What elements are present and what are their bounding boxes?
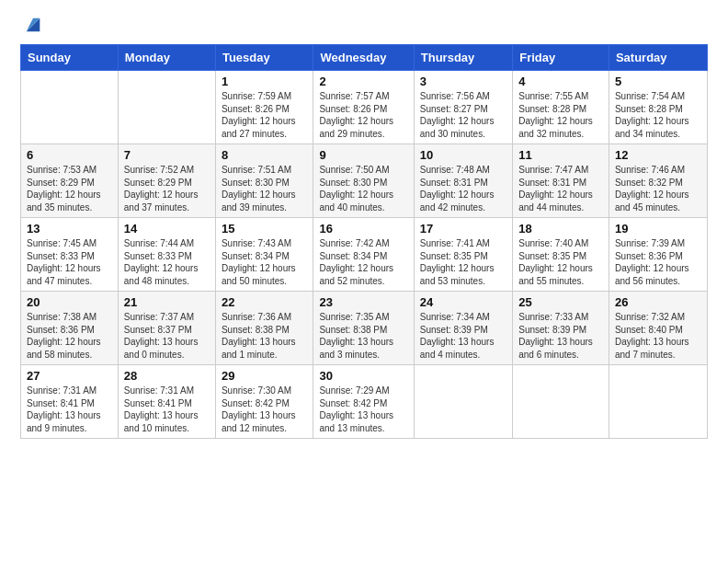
- calendar-cell: 29Sunrise: 7:30 AM Sunset: 8:42 PM Dayli…: [215, 365, 313, 439]
- day-number: 21: [124, 295, 210, 309]
- calendar-week-row: 6Sunrise: 7:53 AM Sunset: 8:29 PM Daylig…: [21, 144, 708, 218]
- calendar-cell: 19Sunrise: 7:39 AM Sunset: 8:36 PM Dayli…: [609, 218, 707, 292]
- calendar-cell: 9Sunrise: 7:50 AM Sunset: 8:30 PM Daylig…: [313, 144, 414, 218]
- calendar-week-row: 13Sunrise: 7:45 AM Sunset: 8:33 PM Dayli…: [21, 218, 708, 292]
- logo-icon: [23, 15, 43, 35]
- day-info: Sunrise: 7:43 AM Sunset: 8:34 PM Dayligh…: [222, 237, 308, 287]
- day-info: Sunrise: 7:37 AM Sunset: 8:37 PM Dayligh…: [124, 311, 210, 361]
- weekday-header-sunday: Sunday: [21, 45, 119, 71]
- day-number: 7: [124, 148, 210, 162]
- calendar-cell: 8Sunrise: 7:51 AM Sunset: 8:30 PM Daylig…: [215, 144, 313, 218]
- day-info: Sunrise: 7:59 AM Sunset: 8:26 PM Dayligh…: [222, 90, 308, 140]
- calendar-cell: 6Sunrise: 7:53 AM Sunset: 8:29 PM Daylig…: [21, 144, 119, 218]
- calendar-cell: 12Sunrise: 7:46 AM Sunset: 8:32 PM Dayli…: [609, 144, 707, 218]
- day-info: Sunrise: 7:47 AM Sunset: 8:31 PM Dayligh…: [518, 164, 603, 213]
- calendar-cell: 15Sunrise: 7:43 AM Sunset: 8:34 PM Dayli…: [215, 218, 313, 292]
- day-number: 28: [124, 369, 210, 383]
- calendar-cell: 30Sunrise: 7:29 AM Sunset: 8:42 PM Dayli…: [313, 365, 414, 439]
- day-info: Sunrise: 7:57 AM Sunset: 8:26 PM Dayligh…: [319, 90, 407, 140]
- calendar-cell: 21Sunrise: 7:37 AM Sunset: 8:37 PM Dayli…: [118, 292, 215, 365]
- calendar-cell: 27Sunrise: 7:31 AM Sunset: 8:41 PM Dayli…: [21, 365, 119, 439]
- day-number: 20: [27, 295, 112, 309]
- calendar-cell: 24Sunrise: 7:34 AM Sunset: 8:39 PM Dayli…: [414, 292, 512, 365]
- calendar-cell: [414, 365, 512, 439]
- day-info: Sunrise: 7:55 AM Sunset: 8:28 PM Dayligh…: [518, 90, 603, 140]
- day-number: 22: [222, 295, 308, 309]
- weekday-header-thursday: Thursday: [414, 45, 512, 71]
- day-info: Sunrise: 7:45 AM Sunset: 8:33 PM Dayligh…: [27, 237, 112, 287]
- day-number: 15: [222, 222, 308, 236]
- calendar-table: SundayMondayTuesdayWednesdayThursdayFrid…: [20, 44, 708, 439]
- day-number: 10: [420, 148, 506, 162]
- day-info: Sunrise: 7:31 AM Sunset: 8:41 PM Dayligh…: [124, 385, 210, 434]
- calendar-cell: 3Sunrise: 7:56 AM Sunset: 8:27 PM Daylig…: [414, 71, 512, 144]
- calendar-cell: 22Sunrise: 7:36 AM Sunset: 8:38 PM Dayli…: [215, 292, 313, 365]
- calendar-cell: 1Sunrise: 7:59 AM Sunset: 8:26 PM Daylig…: [215, 71, 313, 144]
- day-number: 1: [222, 75, 308, 88]
- calendar-header-row: SundayMondayTuesdayWednesdayThursdayFrid…: [21, 45, 708, 71]
- calendar-cell: 18Sunrise: 7:40 AM Sunset: 8:35 PM Dayli…: [513, 218, 609, 292]
- day-info: Sunrise: 7:39 AM Sunset: 8:36 PM Dayligh…: [615, 237, 701, 287]
- day-number: 8: [222, 148, 308, 162]
- day-number: 29: [222, 369, 308, 383]
- calendar-week-row: 27Sunrise: 7:31 AM Sunset: 8:41 PM Dayli…: [21, 365, 708, 439]
- day-info: Sunrise: 7:51 AM Sunset: 8:30 PM Dayligh…: [222, 164, 308, 213]
- day-info: Sunrise: 7:34 AM Sunset: 8:39 PM Dayligh…: [420, 311, 506, 361]
- day-number: 27: [27, 369, 112, 383]
- calendar-cell: 14Sunrise: 7:44 AM Sunset: 8:33 PM Dayli…: [118, 218, 215, 292]
- day-info: Sunrise: 7:35 AM Sunset: 8:38 PM Dayligh…: [319, 311, 407, 361]
- day-number: 25: [518, 295, 603, 309]
- day-info: Sunrise: 7:53 AM Sunset: 8:29 PM Dayligh…: [27, 164, 112, 213]
- header: [20, 17, 708, 35]
- day-number: 24: [420, 295, 506, 309]
- day-number: 13: [27, 222, 112, 236]
- weekday-header-tuesday: Tuesday: [215, 45, 313, 71]
- calendar-week-row: 1Sunrise: 7:59 AM Sunset: 8:26 PM Daylig…: [21, 71, 708, 144]
- weekday-header-monday: Monday: [118, 45, 215, 71]
- day-info: Sunrise: 7:56 AM Sunset: 8:27 PM Dayligh…: [420, 90, 506, 140]
- page: SundayMondayTuesdayWednesdayThursdayFrid…: [0, 0, 728, 563]
- day-info: Sunrise: 7:36 AM Sunset: 8:38 PM Dayligh…: [222, 311, 308, 361]
- day-number: 12: [615, 148, 701, 162]
- calendar-cell: 7Sunrise: 7:52 AM Sunset: 8:29 PM Daylig…: [118, 144, 215, 218]
- logo: [20, 17, 43, 35]
- calendar-cell: 23Sunrise: 7:35 AM Sunset: 8:38 PM Dayli…: [313, 292, 414, 365]
- day-number: 14: [124, 222, 210, 236]
- day-info: Sunrise: 7:40 AM Sunset: 8:35 PM Dayligh…: [518, 237, 603, 287]
- day-number: 17: [420, 222, 506, 236]
- day-info: Sunrise: 7:38 AM Sunset: 8:36 PM Dayligh…: [27, 311, 112, 361]
- calendar-cell: [609, 365, 707, 439]
- calendar-cell: [21, 71, 119, 144]
- calendar-cell: 16Sunrise: 7:42 AM Sunset: 8:34 PM Dayli…: [313, 218, 414, 292]
- day-info: Sunrise: 7:32 AM Sunset: 8:40 PM Dayligh…: [615, 311, 701, 361]
- calendar-cell: 25Sunrise: 7:33 AM Sunset: 8:39 PM Dayli…: [513, 292, 609, 365]
- day-number: 19: [615, 222, 701, 236]
- calendar-cell: 4Sunrise: 7:55 AM Sunset: 8:28 PM Daylig…: [513, 71, 609, 144]
- calendar-cell: 2Sunrise: 7:57 AM Sunset: 8:26 PM Daylig…: [313, 71, 414, 144]
- day-number: 9: [319, 148, 407, 162]
- calendar-cell: 10Sunrise: 7:48 AM Sunset: 8:31 PM Dayli…: [414, 144, 512, 218]
- calendar-cell: [513, 365, 609, 439]
- day-number: 16: [319, 222, 407, 236]
- day-info: Sunrise: 7:52 AM Sunset: 8:29 PM Dayligh…: [124, 164, 210, 213]
- day-info: Sunrise: 7:44 AM Sunset: 8:33 PM Dayligh…: [124, 237, 210, 287]
- day-number: 5: [615, 75, 701, 88]
- day-info: Sunrise: 7:33 AM Sunset: 8:39 PM Dayligh…: [518, 311, 603, 361]
- calendar-cell: [118, 71, 215, 144]
- day-number: 4: [518, 75, 603, 88]
- weekday-header-friday: Friday: [513, 45, 609, 71]
- day-info: Sunrise: 7:31 AM Sunset: 8:41 PM Dayligh…: [27, 385, 112, 434]
- weekday-header-wednesday: Wednesday: [313, 45, 414, 71]
- day-number: 26: [615, 295, 701, 309]
- calendar-cell: 17Sunrise: 7:41 AM Sunset: 8:35 PM Dayli…: [414, 218, 512, 292]
- day-info: Sunrise: 7:30 AM Sunset: 8:42 PM Dayligh…: [222, 385, 308, 434]
- day-info: Sunrise: 7:54 AM Sunset: 8:28 PM Dayligh…: [615, 90, 701, 140]
- weekday-header-saturday: Saturday: [609, 45, 707, 71]
- day-info: Sunrise: 7:29 AM Sunset: 8:42 PM Dayligh…: [319, 385, 407, 434]
- calendar-week-row: 20Sunrise: 7:38 AM Sunset: 8:36 PM Dayli…: [21, 292, 708, 365]
- day-number: 30: [319, 369, 407, 383]
- day-info: Sunrise: 7:48 AM Sunset: 8:31 PM Dayligh…: [420, 164, 506, 213]
- day-info: Sunrise: 7:46 AM Sunset: 8:32 PM Dayligh…: [615, 164, 701, 213]
- calendar-cell: 20Sunrise: 7:38 AM Sunset: 8:36 PM Dayli…: [21, 292, 119, 365]
- day-number: 18: [518, 222, 603, 236]
